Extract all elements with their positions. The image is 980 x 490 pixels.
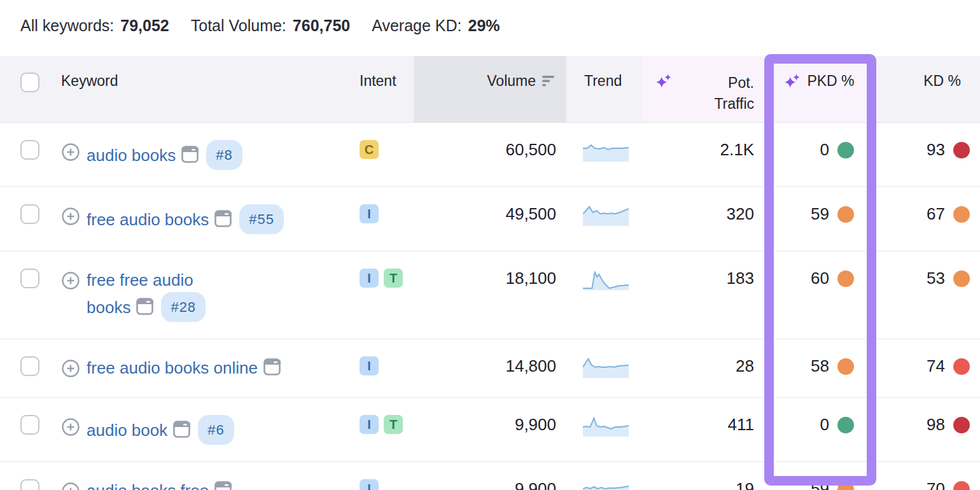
keyword-link[interactable]: audio books free (87, 481, 209, 490)
trend-cell (566, 187, 643, 244)
keyword-link[interactable]: free audio books online (87, 358, 258, 377)
serp-features-icon[interactable] (214, 481, 232, 490)
trend-sparkline (583, 140, 629, 163)
table-row: free audio books#55 I 49,500 320 59 67 (0, 187, 980, 251)
row-checkbox-cell (0, 187, 51, 241)
keyword-cell: free free audio books#28 (51, 251, 353, 339)
kd-difficulty-dot (953, 417, 970, 433)
pkd-cell: 0 (767, 123, 876, 176)
trend-sparkline (583, 269, 629, 291)
kd-value: 53 (927, 269, 945, 288)
add-keyword-icon[interactable] (61, 359, 80, 378)
pkd-cell: 0 (767, 398, 876, 451)
ai-sparkle-icon (655, 73, 672, 89)
header-checkbox-cell (0, 56, 51, 122)
add-keyword-icon[interactable] (61, 143, 80, 162)
ranking-position-badge: #8 (206, 140, 242, 170)
select-all-checkbox[interactable] (20, 73, 39, 92)
intent-cell: IT (353, 398, 414, 451)
volume-cell: 9,900 (414, 462, 566, 490)
kd-cell: 98 (876, 398, 980, 451)
column-header-volume[interactable]: Volume (414, 56, 566, 122)
ranking-position-badge: #28 (161, 292, 206, 322)
pkd-value: 0 (820, 140, 829, 160)
intent-badge-informational: I (360, 415, 379, 434)
kd-value: 74 (927, 356, 945, 376)
pkd-cell: 58 (767, 339, 876, 393)
serp-features-icon[interactable] (136, 298, 153, 315)
volume-cell: 18,100 (414, 251, 566, 305)
keyword-text-wrap: audio books free (87, 479, 232, 490)
add-keyword-icon[interactable] (61, 482, 80, 490)
column-header-kd[interactable]: KD % (876, 56, 980, 122)
intent-cell: I (353, 187, 414, 240)
keyword-text-wrap: audio books#8 (87, 140, 242, 170)
keyword-cell: free audio books online (51, 339, 353, 396)
kd-difficulty-dot (953, 142, 970, 158)
intent-badge-informational: I (360, 479, 379, 490)
intent-badge-transactional: T (384, 269, 403, 288)
row-checkbox[interactable] (20, 269, 39, 288)
pkd-difficulty-dot (837, 358, 854, 375)
pkd-difficulty-dot (837, 417, 854, 433)
table-row: free audio books online I 14,800 28 58 7… (0, 339, 980, 398)
keyword-text-wrap: audio book#6 (87, 415, 234, 445)
kd-difficulty-dot (953, 358, 970, 375)
serp-features-icon[interactable] (263, 358, 281, 375)
ai-sparkle-icon (784, 73, 801, 89)
all-keywords-value: 79,052 (120, 17, 169, 35)
ranking-position-badge: #6 (198, 415, 234, 445)
volume-cell: 14,800 (414, 339, 566, 393)
keyword-link[interactable]: free audio books (87, 210, 209, 229)
serp-features-icon[interactable] (181, 146, 199, 163)
pot-traffic-cell: 28 (643, 339, 767, 393)
intent-badge-commercial: C (360, 140, 379, 159)
kd-difficulty-dot (953, 206, 970, 223)
kd-value: 98 (927, 415, 945, 435)
add-keyword-icon[interactable] (61, 271, 80, 290)
kd-difficulty-dot (953, 270, 970, 287)
trend-sparkline (583, 204, 629, 227)
trend-cell (566, 251, 643, 308)
row-checkbox[interactable] (20, 356, 39, 376)
row-checkbox-cell (0, 462, 51, 490)
row-checkbox[interactable] (20, 204, 39, 224)
table-body: audio books#8 C 60,500 2.1K 0 93 free au… (0, 123, 980, 490)
row-checkbox[interactable] (20, 140, 39, 160)
intent-badge-informational: I (360, 204, 379, 223)
pkd-difficulty-dot (837, 142, 854, 158)
trend-sparkline (583, 415, 629, 438)
column-header-pkd[interactable]: PKD % (767, 56, 876, 122)
column-header-pot-traffic[interactable]: Pot. Traffic (643, 56, 767, 122)
trend-cell (566, 398, 643, 454)
serp-features-icon[interactable] (173, 421, 190, 438)
pot-traffic-cell: 2.1K (643, 123, 767, 176)
keyword-text-wrap: free audio books#55 (87, 204, 284, 234)
add-keyword-icon[interactable] (61, 417, 80, 437)
trend-sparkline (583, 356, 629, 379)
total-volume-label: Total Volume: (191, 17, 286, 35)
table-row: audio books free I 9,900 19 59 70 (0, 462, 980, 490)
row-checkbox[interactable] (20, 479, 39, 490)
summary-total-volume: Total Volume: 760,750 (191, 17, 350, 35)
keyword-link[interactable]: audio book (87, 421, 167, 440)
row-checkbox[interactable] (20, 415, 39, 435)
pkd-value: 0 (820, 415, 829, 435)
serp-features-icon[interactable] (214, 210, 232, 227)
pot-traffic-cell: 183 (643, 251, 767, 305)
keyword-link[interactable]: audio books (87, 146, 176, 165)
keyword-cell: audio books#8 (51, 123, 353, 186)
column-header-keyword: Keyword (51, 56, 353, 122)
intent-badge-informational: I (360, 356, 379, 375)
intent-badge-informational: I (360, 269, 379, 288)
kd-cell: 67 (876, 187, 980, 241)
average-kd-label: Average KD: (372, 17, 461, 35)
keyword-cell: audio books free (51, 462, 353, 490)
keyword-cell: audio book#6 (51, 398, 353, 461)
pkd-difficulty-dot (837, 270, 854, 287)
table-row: audio books#8 C 60,500 2.1K 0 93 (0, 123, 980, 187)
add-keyword-icon[interactable] (61, 207, 80, 226)
volume-cell: 9,900 (414, 398, 566, 451)
kd-difficulty-dot (953, 481, 970, 490)
kd-value: 93 (927, 140, 945, 160)
